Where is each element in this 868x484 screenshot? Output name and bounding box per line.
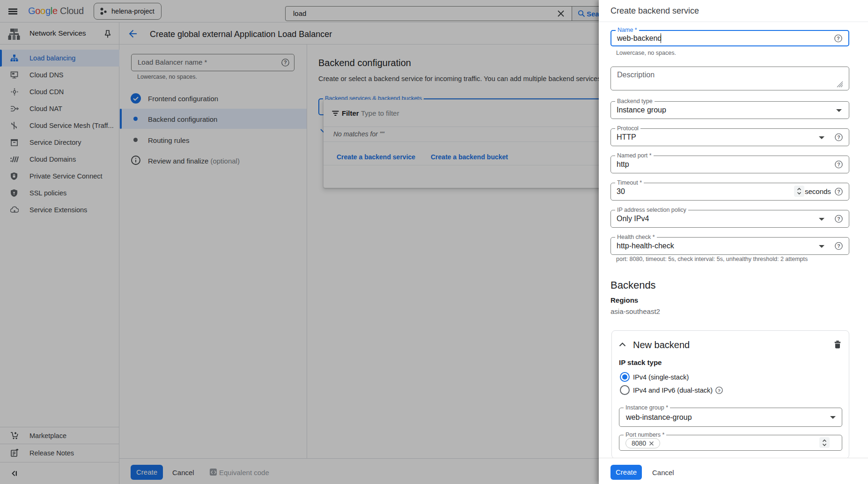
svg-text:?: ?	[837, 216, 840, 222]
svg-text:?: ?	[837, 162, 840, 167]
svg-text:?: ?	[837, 243, 840, 249]
svg-text:?: ?	[837, 35, 839, 41]
svg-text:?: ?	[837, 189, 840, 194]
svg-text:?: ?	[718, 388, 721, 393]
svg-text:?: ?	[837, 134, 840, 140]
